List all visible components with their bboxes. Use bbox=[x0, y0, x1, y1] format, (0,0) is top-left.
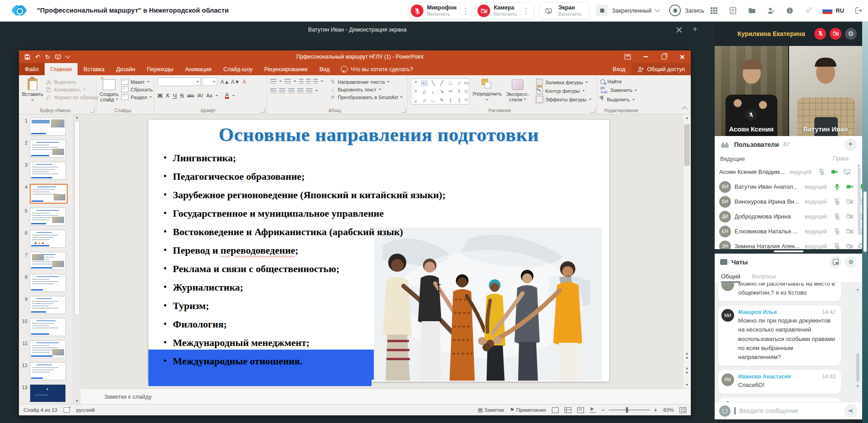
decrease-indent-icon[interactable] bbox=[299, 79, 303, 84]
scroll-up-icon[interactable]: ▲ bbox=[857, 164, 860, 167]
speaker-settings-button[interactable]: ⚙ bbox=[845, 28, 857, 40]
add-person-icon[interactable] bbox=[766, 6, 776, 16]
dialog-launcher-icon[interactable] bbox=[401, 108, 406, 113]
app-logo-icon[interactable] bbox=[13, 4, 26, 18]
slide-thumbnail-3[interactable]: 3 bbox=[19, 162, 73, 180]
fit-slide-icon[interactable] bbox=[680, 407, 686, 413]
redo-icon[interactable]: ↻ bbox=[45, 54, 50, 60]
dialog-launcher-icon[interactable] bbox=[591, 108, 595, 113]
sign-in-button[interactable]: Вход bbox=[606, 63, 632, 75]
qat-customize-icon[interactable] bbox=[65, 53, 70, 58]
page-scrollbar[interactable] bbox=[863, 191, 867, 252]
slide-sorter-icon[interactable] bbox=[565, 407, 571, 413]
italic-button[interactable]: К bbox=[166, 92, 170, 99]
ppt-tab-6[interactable]: Анимация bbox=[179, 63, 217, 75]
slide[interactable]: Основные направления подготовки Лингвист… bbox=[148, 120, 609, 382]
arrange-button[interactable]: Упорядочить bbox=[472, 77, 502, 107]
speaker-cam-muted-button[interactable] bbox=[830, 28, 841, 40]
video-tile-asoyan[interactable]: Асоян Ксения bbox=[715, 46, 788, 136]
chat-scrollbar[interactable] bbox=[856, 353, 859, 382]
dialog-launcher-icon[interactable] bbox=[261, 108, 265, 113]
new-slide-button[interactable]: Создатьслайд bbox=[100, 77, 119, 107]
close-window-icon[interactable] bbox=[673, 50, 691, 63]
camera-options-kebab[interactable] bbox=[521, 3, 531, 19]
emoji-button[interactable] bbox=[719, 405, 730, 417]
panel-splitter[interactable] bbox=[715, 249, 862, 254]
dialog-launcher-icon[interactable] bbox=[90, 108, 95, 113]
quick-styles-button[interactable]: Экспресс-стили bbox=[505, 77, 531, 107]
zoom-out-icon[interactable]: − bbox=[602, 407, 605, 413]
record-button[interactable]: Запись bbox=[669, 4, 704, 17]
microphone-button[interactable]: МикрофонВключить bbox=[408, 2, 472, 19]
thumbnails-scrollbar[interactable]: ▲ ▼ bbox=[73, 114, 81, 404]
select-button[interactable]: Выделить bbox=[600, 96, 637, 103]
shape-outline-button[interactable]: Контур фигуры bbox=[536, 87, 592, 94]
font-color-button[interactable]: А bbox=[225, 92, 229, 99]
slide-scrollbar[interactable]: ▲ ▲▲ ▼▼ ▼ bbox=[683, 114, 691, 388]
notes-pane[interactable]: Заметки к слайду bbox=[81, 388, 691, 404]
ppt-tab-9[interactable]: Вид bbox=[313, 63, 335, 75]
copy-button[interactable]: Копировать bbox=[46, 86, 99, 92]
participant-row[interactable]: Асоян Ксения Владим...ведущий bbox=[715, 164, 862, 179]
shape-fill-button[interactable]: Заливка фигуры bbox=[536, 79, 592, 86]
replace-button[interactable]: ab↳acЗаменить bbox=[600, 86, 637, 94]
slide-thumbnail-10[interactable]: 10 bbox=[19, 318, 73, 336]
ppt-tab-1[interactable]: Файл bbox=[19, 63, 45, 75]
slide-thumbnail-4[interactable]: 4 bbox=[19, 184, 73, 204]
slide-thumbnail-8[interactable]: 8 bbox=[19, 274, 73, 292]
zoom-level[interactable]: 83% bbox=[663, 407, 674, 413]
slide-thumbnail-9[interactable]: 9 bbox=[19, 296, 73, 314]
zoom-in-icon[interactable]: + bbox=[654, 407, 657, 413]
chat-tab-questions[interactable]: Вопросы bbox=[752, 270, 776, 282]
share-document-button[interactable]: Общий доступ bbox=[632, 63, 691, 75]
message-input[interactable]: Введите сообщение bbox=[739, 407, 840, 414]
columns-icon[interactable] bbox=[306, 88, 312, 93]
ppt-tab-4[interactable]: Дизайн bbox=[110, 63, 141, 75]
shrink-font-button[interactable]: А▼ bbox=[231, 79, 240, 85]
slide-thumbnail-6[interactable]: 6 bbox=[19, 230, 73, 248]
scroll-down-icon[interactable]: ▼ bbox=[857, 245, 860, 248]
text-direction-button[interactable]: ⇅Направление текста bbox=[330, 79, 403, 85]
chat-settings-button[interactable]: ⚙ bbox=[845, 256, 857, 268]
spellcheck-icon[interactable] bbox=[64, 407, 70, 413]
notes-icon[interactable] bbox=[728, 6, 738, 16]
participant-row[interactable]: ЗНЗимина Наталия Алек...ведущий bbox=[715, 239, 862, 249]
bold-button[interactable]: Ж bbox=[157, 92, 163, 99]
collapse-ribbon-icon[interactable] bbox=[682, 106, 688, 112]
slide-thumbnail-7[interactable]: 7 bbox=[19, 252, 73, 270]
scroll-down-icon[interactable]: ▼ bbox=[856, 384, 859, 388]
grow-font-button[interactable]: А▲ bbox=[220, 79, 230, 85]
reading-view-icon[interactable] bbox=[577, 407, 584, 413]
align-left-icon[interactable] bbox=[270, 88, 276, 93]
save-icon[interactable] bbox=[24, 54, 30, 60]
find-button[interactable]: Найти bbox=[600, 79, 637, 84]
change-case-button[interactable]: Aa bbox=[206, 93, 212, 98]
send-button[interactable] bbox=[844, 404, 858, 418]
start-slideshow-icon[interactable] bbox=[55, 54, 61, 60]
participant-row[interactable]: ВИВатутин Иван Анатол...ведущий bbox=[715, 179, 862, 194]
minimize-icon[interactable] bbox=[637, 50, 655, 63]
participant-row[interactable]: ДИДобродомова Иринаведущий bbox=[715, 209, 862, 224]
settings-gears-icon[interactable] bbox=[804, 6, 813, 16]
info-icon[interactable] bbox=[785, 6, 795, 16]
numbering-icon[interactable] bbox=[285, 79, 291, 84]
microphone-options-kebab[interactable] bbox=[460, 3, 471, 19]
slideshow-view-icon[interactable] bbox=[590, 407, 596, 413]
language-status[interactable]: русский bbox=[76, 407, 95, 413]
slide-thumbnail-11[interactable]: 11 bbox=[19, 340, 73, 358]
slide-thumbnail-5[interactable]: 5 bbox=[19, 208, 73, 226]
format-painter-button[interactable]: Формат по образцу bbox=[46, 94, 99, 100]
folder-icon[interactable] bbox=[747, 6, 757, 16]
slide-thumbnail-2[interactable]: 2 bbox=[19, 140, 73, 158]
comments-toggle[interactable]: ⚑ Примечания bbox=[510, 407, 546, 413]
users-scrollbar[interactable] bbox=[858, 167, 861, 235]
exit-icon[interactable] bbox=[853, 6, 863, 16]
font-size-select[interactable] bbox=[202, 77, 217, 86]
grid-view-icon[interactable] bbox=[709, 6, 719, 16]
char-spacing-button[interactable]: AV bbox=[197, 93, 203, 98]
add-user-button[interactable]: + bbox=[844, 138, 857, 151]
layout-mode-select[interactable]: Закрепленный bbox=[596, 4, 659, 17]
slide-thumbnail-13[interactable]: 13 bbox=[19, 384, 73, 402]
participant-row[interactable]: ЕНЕлховикова Наталья ...ведущий bbox=[715, 224, 862, 239]
layout-button[interactable]: Макет bbox=[121, 79, 153, 85]
